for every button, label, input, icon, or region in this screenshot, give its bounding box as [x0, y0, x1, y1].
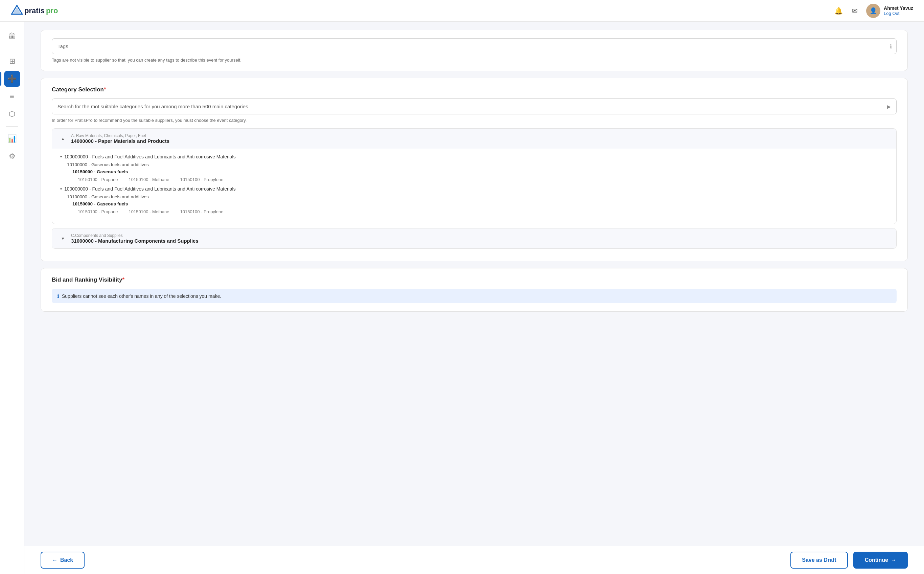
cat-level4-item-1c[interactable]: 10150100 - Propylene	[180, 177, 223, 182]
category-header-2[interactable]: ▼ C.Components and Supplies 31000000 - M…	[52, 229, 896, 248]
avatar: 👤	[866, 4, 880, 18]
logo-label: pratis	[24, 6, 45, 15]
category-header-1[interactable]: ▲ A. Raw Materials, Chemicals, Paper, Fu…	[52, 129, 896, 148]
sidebar-divider-1	[6, 49, 18, 49]
cat-level4-2: 10150100 - Propane 10150100 - Methane 10…	[78, 209, 888, 214]
logo-icon	[11, 5, 23, 17]
bottom-bar: ← Back Save as Draft Continue →	[24, 546, 924, 574]
category-toggle-2[interactable]: ▼	[59, 235, 67, 243]
cat-level3-1: 10150000 - Gaseous fuels	[72, 169, 888, 174]
logo-pro: pro	[46, 6, 58, 15]
sidebar-item-chart[interactable]: 📊	[4, 131, 20, 147]
category-selection-card: Category Selection* Search for the mot s…	[41, 78, 908, 261]
tags-info-icon: ℹ	[890, 43, 892, 49]
required-star: *	[104, 86, 106, 93]
sidebar-item-settings[interactable]: ⚙	[4, 148, 20, 164]
category-main-label-1: 14000000 - Paper Materials and Products	[71, 138, 170, 144]
bid-required-star: *	[122, 276, 124, 283]
cat-group-1: 100000000 - Fuels and Fuel Additives and…	[60, 154, 888, 182]
sidebar-item-cube[interactable]: ⬡	[4, 106, 20, 122]
cat-level4-item-2b[interactable]: 10150100 - Methane	[129, 209, 170, 214]
user-name: Ahmet Yavuz	[884, 5, 913, 11]
cat-level2-1: 10100000 - Gaseous fuels and additives	[67, 162, 888, 167]
category-search-bar[interactable]: Search for the mot suitable categories f…	[52, 98, 897, 114]
cat-level4-item-1a[interactable]: 10150100 - Propane	[78, 177, 118, 182]
logout-link[interactable]: Log Out	[884, 11, 913, 16]
sidebar: 🏛 ⊞ ➕ ≡ ⬡ 📊 ⚙	[0, 22, 24, 574]
sidebar-item-building[interactable]: 🏛	[4, 28, 20, 45]
search-bar-arrow-icon: ▶	[887, 104, 891, 109]
bid-section-title: Bid and Ranking Visibility*	[52, 276, 897, 283]
category-toggle-1[interactable]: ▲	[59, 135, 67, 143]
mail-icon[interactable]: ✉	[850, 6, 860, 16]
notification-icon[interactable]: 🔔	[834, 6, 843, 16]
user-avatar-wrap: 👤 Ahmet Yavuz Log Out	[866, 4, 913, 18]
category-parent-label-2: C.Components and Supplies	[71, 233, 198, 238]
cat-level1-2: 100000000 - Fuels and Fuel Additives and…	[60, 186, 888, 192]
back-button[interactable]: ← Back	[41, 552, 85, 569]
main-content: ℹ Tags are not visible to supplier so th…	[24, 22, 924, 574]
header-right: 🔔 ✉ 👤 Ahmet Yavuz Log Out	[834, 4, 913, 18]
cat-level4-1: 10150100 - Propane 10150100 - Methane 10…	[78, 177, 888, 182]
continue-button[interactable]: Continue →	[853, 552, 908, 569]
bid-info-row: ℹ Suppliers cannot see each other's name…	[52, 289, 897, 303]
category-section-title: Category Selection*	[52, 86, 897, 93]
back-arrow-icon: ←	[52, 557, 58, 563]
tags-input[interactable]	[52, 38, 897, 54]
logo: pratispro	[11, 5, 58, 17]
tags-input-wrap: ℹ	[52, 38, 897, 54]
header: pratispro 🔔 ✉ 👤 Ahmet Yavuz Log Out	[0, 0, 924, 22]
cat-level4-item-2c[interactable]: 10150100 - Propylene	[180, 209, 223, 214]
category-item-2: ▼ C.Components and Supplies 31000000 - M…	[52, 228, 897, 249]
user-info: Ahmet Yavuz Log Out	[884, 5, 913, 16]
cat-level4-item-2a[interactable]: 10150100 - Propane	[78, 209, 118, 214]
save-draft-button[interactable]: Save as Draft	[790, 552, 847, 569]
sidebar-item-list[interactable]: ≡	[4, 88, 20, 104]
bid-card: Bid and Ranking Visibility* ℹ Suppliers …	[41, 268, 908, 312]
bottom-right-buttons: Save as Draft Continue →	[790, 552, 908, 569]
cat-level1-1: 100000000 - Fuels and Fuel Additives and…	[60, 154, 888, 159]
category-header-info-1: A. Raw Materials, Chemicals, Paper, Fuel…	[71, 133, 170, 144]
sidebar-item-plus[interactable]: ➕	[4, 71, 20, 87]
sidebar-item-grid[interactable]: ⊞	[4, 53, 20, 69]
bid-info-text: Suppliers cannot see each other's names …	[62, 293, 221, 299]
tags-card: ℹ Tags are not visible to supplier so th…	[41, 30, 908, 71]
continue-arrow-icon: →	[891, 557, 896, 563]
category-body-1: 100000000 - Fuels and Fuel Additives and…	[52, 148, 896, 224]
tags-hint: Tags are not visible to supplier so that…	[52, 58, 897, 63]
category-header-info-2: C.Components and Supplies 31000000 - Man…	[71, 233, 198, 244]
cat-level2-2: 10100000 - Gaseous fuels and additives	[67, 194, 888, 199]
category-item-1: ▲ A. Raw Materials, Chemicals, Paper, Fu…	[52, 128, 897, 224]
category-main-label-2: 31000000 - Manufacturing Components and …	[71, 238, 198, 244]
cat-level4-item-1b[interactable]: 10150100 - Methane	[129, 177, 170, 182]
search-bar-text: Search for the mot suitable categories f…	[58, 104, 248, 109]
category-hint: In order for PratisPro to recommend you …	[52, 118, 897, 123]
cat-level3-2: 10150000 - Gaseous fuels	[72, 201, 888, 207]
category-parent-label-1: A. Raw Materials, Chemicals, Paper, Fuel	[71, 133, 170, 138]
cat-group-2: 100000000 - Fuels and Fuel Additives and…	[60, 186, 888, 214]
bid-info-icon: ℹ	[57, 293, 59, 299]
